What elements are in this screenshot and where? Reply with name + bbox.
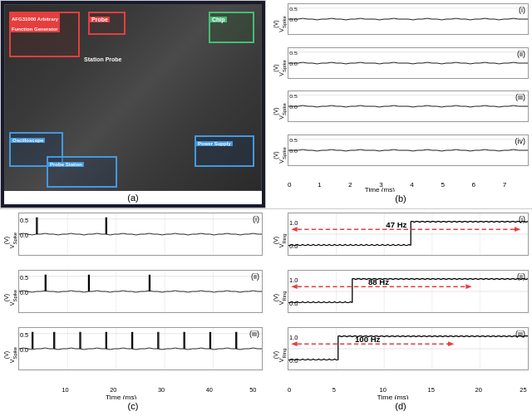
panel-c-graph-i: 0.5 0.0 (i) — [18, 213, 263, 256]
panel-d-ylabel-ii: VRing(V) — [273, 270, 288, 325]
afg-label: AFG31000 Arbitrary Function Generator — [10, 12, 60, 32]
panel-b-ylabel-ii: VSpike(V) — [273, 47, 288, 90]
panel-d-row-ii: VRing(V) 1.0 0.0 — [273, 270, 529, 325]
svg-text:0.5: 0.5 — [20, 332, 28, 338]
panel-a-caption: (a) — [4, 191, 262, 204]
panel-c-row-ii: VSpike(V) — [3, 270, 263, 325]
svg-text:10: 10 — [62, 387, 69, 394]
panel-c-ylabel-i: VSpike(V) — [3, 213, 18, 268]
panel-b-xaxis: 0 1 2 3 4 5 6 7 Time (ms) — [288, 179, 529, 192]
panel-a: AFG31000 Arbitrary Function Generator Pr… — [0, 0, 266, 208]
svg-text:0.0: 0.0 — [289, 61, 298, 66]
svg-text:20: 20 — [475, 386, 482, 394]
svg-text:1: 1 — [318, 181, 322, 188]
panel-c-svg-ii: 0.5 0.0 — [19, 271, 262, 312]
panel-b-graph-ii: 0.5 0.0 (ii) — [288, 47, 529, 79]
svg-text:0.0: 0.0 — [289, 105, 298, 110]
panel-b-svg-i: 0.5 0.0 — [288, 4, 528, 34]
svg-text:0.5: 0.5 — [289, 50, 298, 55]
svg-text:0.5: 0.5 — [289, 137, 298, 142]
svg-text:1.0: 1.0 — [289, 277, 298, 284]
svg-text:4: 4 — [410, 181, 414, 188]
svg-text:5: 5 — [332, 386, 336, 394]
panel-d-graph-i: 1.0 0.0 47 Hz (i) — [288, 213, 529, 256]
panel-d-tag-iii: (iii) — [515, 330, 525, 338]
panel-b-svg-iii: 0.5 0.0 — [288, 91, 528, 121]
panel-c-graph-ii: 0.5 0.0 (ii) — [18, 270, 263, 313]
svg-text:40: 40 — [206, 387, 213, 394]
svg-marker-104 — [291, 284, 297, 289]
svg-marker-105 — [466, 284, 471, 289]
station-probe-label: Station Probe — [84, 56, 122, 62]
svg-text:7: 7 — [503, 181, 507, 188]
chip-box: Chip — [209, 12, 254, 43]
svg-text:0.0: 0.0 — [20, 347, 28, 353]
svg-text:0: 0 — [288, 181, 292, 188]
afg-box: AFG31000 Arbitrary Function Generator — [9, 12, 80, 57]
svg-text:0.0: 0.0 — [289, 17, 298, 22]
oscilloscope-label: Oscilloscope — [11, 138, 45, 143]
power-supply-box: Power Supply — [195, 135, 254, 167]
panel-d-row-iii: VRing(V) 1.0 0.0 — [273, 327, 529, 383]
main-container: AFG31000 Arbitrary Function Generator Pr… — [0, 0, 532, 416]
panel-b-graph-i: 0.5 0.0 (i) — [288, 3, 529, 35]
probe-label: Probe — [90, 17, 110, 22]
svg-text:5: 5 — [441, 181, 445, 188]
panel-c-ylabel-ii: VSpike(V) — [3, 270, 18, 325]
svg-text:50: 50 — [249, 387, 256, 394]
panel-b-row-iii: VSpike(V) 0.5 0.0 (iii) — [273, 91, 529, 133]
svg-text:0.5: 0.5 — [20, 217, 28, 223]
panel-d-xaxis: 0 5 10 15 20 25 Time (ms) — [288, 384, 529, 399]
svg-marker-93 — [515, 227, 520, 232]
panel-c-row-iii: VSpike(V) — [3, 327, 263, 383]
svg-text:25: 25 — [520, 386, 526, 394]
panel-d-svg-ii: 1.0 0.0 88 Hz — [288, 271, 528, 312]
panel-b-tag-iv: (iv) — [515, 137, 526, 145]
panel-c: VSpike(V) — [0, 208, 266, 417]
panel-b-caption: (b) — [273, 192, 529, 205]
svg-text:15: 15 — [428, 386, 435, 394]
panel-c-svg-i: 0.5 0.0 — [19, 213, 262, 255]
panel-b-tag-iii: (iii) — [515, 93, 525, 101]
panel-b-row-iv: VSpike(V) 0.5 0.0 (iv) — [273, 135, 529, 177]
svg-marker-117 — [448, 341, 454, 346]
svg-text:0.0: 0.0 — [289, 148, 298, 153]
panel-c-graph-iii: 0.5 0.0 (iii) — [18, 327, 263, 370]
panel-d-tag-i: (i) — [519, 215, 525, 223]
panel-b-row-i: VSpike(V) 0.5 0.0 (i) — [273, 3, 529, 46]
panel-b-tag-i: (i) — [519, 6, 525, 14]
svg-text:1.0: 1.0 — [289, 220, 298, 227]
svg-text:47 Hz: 47 Hz — [386, 221, 406, 228]
panel-b-graph-iii: 0.5 0.0 (iii) — [288, 91, 529, 122]
svg-text:6: 6 — [472, 181, 476, 188]
probe-station-label: Probe Station — [48, 162, 84, 167]
panel-c-xaxis-svg: 10 20 30 40 50 Time (ms) — [18, 384, 263, 399]
panel-b-ylabel-i: VSpike(V) — [273, 3, 288, 46]
svg-text:Time (ms): Time (ms) — [377, 393, 409, 399]
panel-d: VRing(V) — [266, 208, 532, 417]
lab-photo: AFG31000 Arbitrary Function Generator Pr… — [4, 4, 262, 191]
svg-text:0: 0 — [288, 386, 291, 394]
panel-b-waveforms: VSpike(V) 0.5 0.0 (i) — [273, 3, 529, 192]
panel-c-waveforms: VSpike(V) — [3, 213, 263, 400]
panel-c-ylabel-iii: VSpike(V) — [3, 327, 18, 383]
panel-b-graph-iv: 0.5 0.0 (iv) — [288, 135, 529, 166]
svg-text:0.0: 0.0 — [289, 243, 298, 250]
panel-d-xaxis-svg: 0 5 10 15 20 25 Time (ms) — [288, 384, 529, 399]
svg-text:0.0: 0.0 — [289, 358, 298, 365]
panel-d-row-i: VRing(V) — [273, 213, 529, 268]
panel-c-caption: (c) — [3, 399, 263, 413]
panel-c-tag-i: (i) — [253, 215, 259, 223]
probe-station-box: Probe Station — [47, 156, 117, 188]
svg-text:0.5: 0.5 — [289, 6, 298, 11]
panel-b-ylabel-iii: VSpike(V) — [273, 91, 288, 133]
svg-text:0.0: 0.0 — [20, 290, 28, 296]
panel-d-waveforms: VRing(V) — [273, 213, 529, 400]
svg-text:30: 30 — [158, 387, 165, 394]
svg-marker-92 — [291, 227, 297, 232]
panel-d-graph-ii: 1.0 0.0 88 Hz (ii) — [288, 270, 529, 313]
panel-b-svg-ii: 0.5 0.0 — [288, 48, 528, 78]
svg-text:2: 2 — [348, 181, 352, 188]
panel-b-row-ii: VSpike(V) 0.5 0.0 (ii) — [273, 47, 529, 90]
svg-text:1.0: 1.0 — [289, 335, 298, 342]
